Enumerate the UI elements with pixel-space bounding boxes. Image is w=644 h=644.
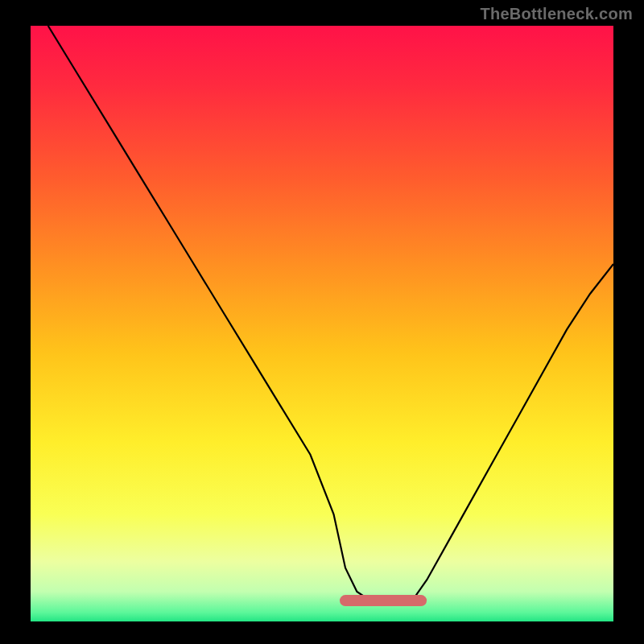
chart-frame: TheBottleneck.com <box>0 0 644 644</box>
plot-area <box>31 26 613 621</box>
gradient-background <box>31 26 613 621</box>
bottleneck-plot-svg <box>31 26 613 621</box>
watermark-text: TheBottleneck.com <box>480 5 633 23</box>
